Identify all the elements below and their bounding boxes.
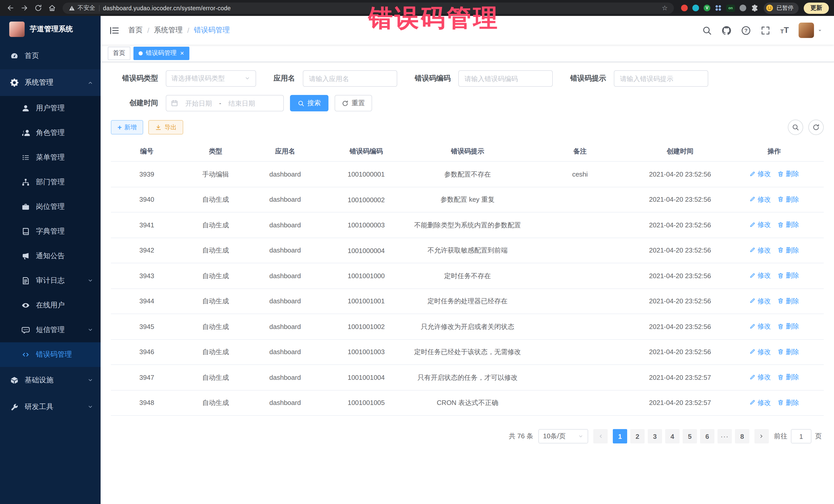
pagination-page-8[interactable]: 8 xyxy=(735,429,749,443)
delete-link[interactable]: 删除 xyxy=(777,270,799,281)
reload-button[interactable] xyxy=(32,2,45,14)
edit-link[interactable]: 修改 xyxy=(749,270,771,281)
extension-icon-teal[interactable] xyxy=(692,5,699,11)
delete-link[interactable]: 删除 xyxy=(777,321,799,332)
chevron-down-icon xyxy=(244,75,250,82)
delete-link[interactable]: 删除 xyxy=(777,168,799,179)
app-name-input[interactable] xyxy=(303,70,397,87)
search-button[interactable]: 搜索 xyxy=(290,95,328,111)
tab-close-icon[interactable]: × xyxy=(180,50,184,57)
pagination-page-2[interactable]: 2 xyxy=(630,429,644,443)
sidebar-item-online-users[interactable]: 在线用户 xyxy=(0,293,101,318)
toggle-search-button[interactable] xyxy=(788,119,803,135)
sidebar-item-post-management[interactable]: 岗位管理 xyxy=(0,195,101,219)
delete-link[interactable]: 删除 xyxy=(777,372,799,382)
avatar[interactable] xyxy=(798,23,814,38)
delete-link[interactable]: 删除 xyxy=(777,346,799,357)
security-indicator[interactable]: 不安全 xyxy=(69,4,95,12)
edit-link[interactable]: 修改 xyxy=(749,245,771,255)
delete-link[interactable]: 删除 xyxy=(777,245,799,255)
edit-link[interactable]: 修改 xyxy=(749,295,771,306)
user-menu[interactable] xyxy=(798,23,823,38)
sidebar-item-user-management[interactable]: 用户管理 xyxy=(0,96,101,120)
url-text[interactable]: dashboard.yudao.iocoder.cn/system/error-… xyxy=(103,5,231,11)
sidebar-item-sms-management[interactable]: 短信管理 xyxy=(0,318,101,342)
extension-icon-gray[interactable] xyxy=(740,5,746,11)
sidebar-item-dept-management[interactable]: 部门管理 xyxy=(0,170,101,195)
edit-link[interactable]: 修改 xyxy=(749,168,771,179)
error-code-value: 1001000001 xyxy=(348,170,385,178)
reset-button[interactable]: 重置 xyxy=(335,95,372,111)
add-button[interactable]: + 新增 xyxy=(111,120,143,134)
edit-link[interactable]: 修改 xyxy=(749,194,771,204)
extensions-puzzle-icon[interactable] xyxy=(751,4,759,12)
delete-icon xyxy=(777,247,784,253)
export-button[interactable]: 导出 xyxy=(148,120,183,134)
fullscreen-icon[interactable] xyxy=(761,25,771,35)
edit-link[interactable]: 修改 xyxy=(749,346,771,357)
delete-link[interactable]: 删除 xyxy=(777,397,799,408)
sidebar-item-notice-management[interactable]: 通知公告 xyxy=(0,244,101,268)
font-size-icon[interactable]: TT xyxy=(781,26,789,35)
edit-link[interactable]: 修改 xyxy=(749,219,771,230)
github-icon[interactable] xyxy=(722,25,731,35)
start-date-input[interactable] xyxy=(181,99,217,107)
profile-button[interactable]: 已暂停 xyxy=(764,2,798,14)
sidebar-item-menu-management[interactable]: 菜单管理 xyxy=(0,145,101,170)
sidebar-item-label: 短信管理 xyxy=(36,325,87,335)
tab-home[interactable]: 首页 xyxy=(108,46,130,60)
delete-link[interactable]: 删除 xyxy=(777,219,799,230)
forward-button[interactable] xyxy=(18,2,31,14)
edit-link[interactable]: 修改 xyxy=(749,372,771,382)
search-icon[interactable] xyxy=(702,25,712,35)
goto-page-input[interactable] xyxy=(791,429,811,443)
pagination-page-5[interactable]: 5 xyxy=(683,429,697,443)
edit-label: 修改 xyxy=(758,321,771,332)
breadcrumb-system[interactable]: 系统管理 xyxy=(154,26,183,35)
pagination-page-1[interactable]: 1 xyxy=(613,429,627,443)
pagination-next-button[interactable] xyxy=(754,429,769,443)
help-icon[interactable]: ? xyxy=(741,25,751,35)
cell-msg: 只允许修改为开启或者关闭状态 xyxy=(411,314,525,339)
pagination-prev-button[interactable] xyxy=(593,429,608,443)
extension-icon-green[interactable]: V xyxy=(704,5,710,11)
sidebar-item-role-management[interactable]: 角色管理 xyxy=(0,120,101,145)
extension-icon-red[interactable] xyxy=(681,5,688,11)
pagination-page-3[interactable]: 3 xyxy=(648,429,662,443)
home-button[interactable] xyxy=(46,2,59,14)
edit-link[interactable]: 修改 xyxy=(749,397,771,408)
tab-error-code[interactable]: 错误码管理× xyxy=(133,46,189,60)
back-button[interactable] xyxy=(4,2,17,14)
page-size-select[interactable]: 10条/页 xyxy=(539,429,588,443)
bookmark-star-icon[interactable]: ☆ xyxy=(662,5,668,11)
table-row: 3947自动生成dashboard1001001004只有开启状态的任务，才可以… xyxy=(111,365,824,390)
sidebar-item-dict-management[interactable]: 字典管理 xyxy=(0,219,101,244)
extension-icon-grid[interactable] xyxy=(715,5,722,11)
extension-icon-on[interactable]: on xyxy=(726,4,735,12)
breadcrumb-home[interactable]: 首页 xyxy=(128,26,143,35)
error-code-input[interactable] xyxy=(458,70,553,87)
hamburger-icon[interactable] xyxy=(109,25,119,36)
sidebar-item-error-code-management[interactable]: 错误码管理 xyxy=(0,342,101,367)
pagination-page-4[interactable]: 4 xyxy=(665,429,680,443)
end-date-input[interactable] xyxy=(224,99,260,107)
refresh-table-button[interactable] xyxy=(808,119,824,135)
address-bar[interactable]: 不安全 dashboard.yudao.iocoder.cn/system/er… xyxy=(63,2,674,14)
pagination-page-6[interactable]: 6 xyxy=(700,429,715,443)
delete-link[interactable]: 删除 xyxy=(777,295,799,306)
sidebar-item-home[interactable]: 首页 xyxy=(0,43,101,69)
edit-link[interactable]: 修改 xyxy=(749,321,771,332)
col-actions: 操作 xyxy=(725,141,824,161)
pagination-more-button[interactable]: ··· xyxy=(718,429,732,443)
sidebar-item-audit-log[interactable]: 审计日志 xyxy=(0,268,101,293)
sidebar-item-dev-tools[interactable]: 研发工具 xyxy=(0,394,101,420)
error-type-select[interactable]: 请选择错误码类型 xyxy=(166,70,256,87)
sidebar-item-infrastructure[interactable]: 基础设施 xyxy=(0,367,101,394)
update-button[interactable]: 更新 xyxy=(804,2,829,14)
error-msg-input[interactable] xyxy=(614,70,708,87)
col-msg: 错误码提示 xyxy=(411,141,525,161)
cell-msg: 参数配置不存在 xyxy=(411,161,525,187)
date-range-picker[interactable]: - xyxy=(166,95,284,111)
delete-link[interactable]: 删除 xyxy=(777,194,799,204)
sidebar-item-system-management[interactable]: 系统管理 xyxy=(0,69,101,96)
